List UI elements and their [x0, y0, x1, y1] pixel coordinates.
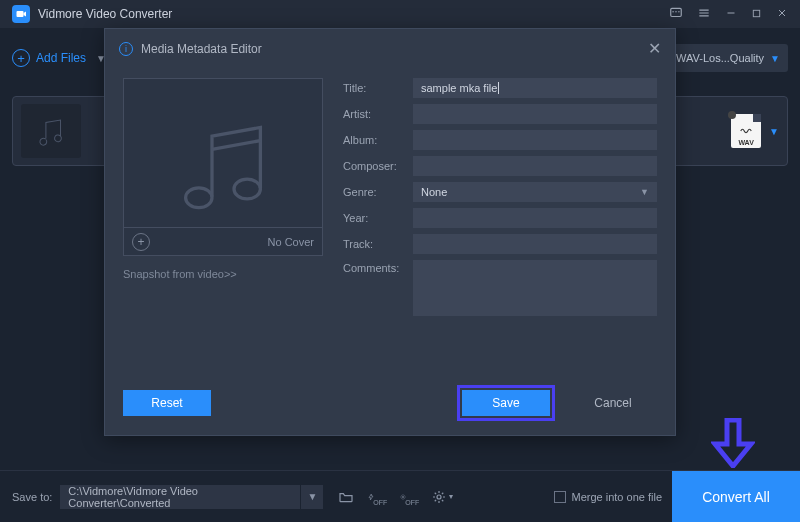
- cancel-button[interactable]: Cancel: [569, 390, 657, 416]
- composer-label: Composer:: [343, 160, 413, 172]
- no-cover-label: No Cover: [268, 236, 314, 248]
- output-format-icon[interactable]: WAV: [731, 114, 761, 148]
- metadata-editor-dialog: i Media Metadata Editor ✕ + No Cover Sna…: [104, 28, 676, 436]
- chevron-down-icon[interactable]: ▼: [769, 126, 779, 137]
- snapshot-link[interactable]: Snapshot from video>>: [123, 268, 323, 280]
- title-input[interactable]: sample mka file: [413, 78, 657, 98]
- open-folder-icon[interactable]: [335, 486, 357, 508]
- title-bar: Vidmore Video Converter: [0, 0, 800, 28]
- svg-point-4: [234, 179, 260, 199]
- bottom-bar: Save to: C:\Vidmore\Vidmore Video Conver…: [0, 470, 800, 522]
- plus-icon: +: [12, 49, 30, 67]
- feedback-icon[interactable]: [669, 6, 683, 22]
- hw-accel-icon[interactable]: OFF: [367, 486, 389, 508]
- genre-select[interactable]: None ▼: [413, 182, 657, 202]
- genre-value: None: [421, 186, 447, 198]
- track-label: Track:: [343, 238, 413, 250]
- cover-art-box: + No Cover: [123, 78, 323, 256]
- title-label: Title:: [343, 82, 413, 94]
- app-title: Vidmore Video Converter: [38, 7, 172, 21]
- year-label: Year:: [343, 212, 413, 224]
- save-button[interactable]: Save: [462, 390, 550, 416]
- chevron-down-icon: ▼: [640, 187, 649, 197]
- year-input[interactable]: [413, 208, 657, 228]
- save-path-display[interactable]: C:\Vidmore\Vidmore Video Converter\Conve…: [60, 485, 300, 509]
- track-input[interactable]: [413, 234, 657, 254]
- close-button[interactable]: [776, 7, 788, 21]
- high-speed-icon[interactable]: OFF: [399, 486, 421, 508]
- save-highlight-annotation: Save: [457, 385, 555, 421]
- app-logo-icon: [12, 5, 30, 23]
- checkbox-icon: [554, 491, 566, 503]
- arrow-annotation-icon: [711, 418, 755, 468]
- merge-label: Merge into one file: [572, 491, 663, 503]
- settings-icon[interactable]: ▾: [431, 486, 453, 508]
- merge-checkbox[interactable]: Merge into one file: [554, 491, 663, 503]
- comments-label: Comments:: [343, 260, 413, 274]
- svg-rect-2: [753, 10, 759, 16]
- album-input[interactable]: [413, 130, 657, 150]
- output-format-label: WAV-Los...Quality: [676, 52, 764, 64]
- add-cover-button[interactable]: +: [132, 233, 150, 251]
- file-thumbnail: [21, 104, 81, 158]
- album-label: Album:: [343, 134, 413, 146]
- comments-input[interactable]: [413, 260, 657, 316]
- dialog-header: i Media Metadata Editor ✕: [105, 29, 675, 68]
- svg-point-5: [402, 496, 404, 498]
- genre-label: Genre:: [343, 186, 413, 198]
- add-files-button[interactable]: + Add Files ▼: [12, 49, 106, 67]
- reset-button[interactable]: Reset: [123, 390, 211, 416]
- save-path-dropdown[interactable]: ▼: [301, 485, 323, 509]
- dialog-close-button[interactable]: ✕: [648, 39, 661, 58]
- chevron-down-icon: ▼: [770, 53, 780, 64]
- composer-input[interactable]: [413, 156, 657, 176]
- format-badge: WAV: [738, 139, 753, 146]
- svg-rect-0: [17, 11, 24, 17]
- save-to-label: Save to:: [12, 491, 52, 503]
- output-format-select[interactable]: WAV-Los...Quality ▼: [668, 44, 788, 72]
- minimize-button[interactable]: [725, 7, 737, 21]
- artist-label: Artist:: [343, 108, 413, 120]
- info-icon: i: [119, 42, 133, 56]
- svg-point-3: [186, 188, 212, 208]
- menu-icon[interactable]: [697, 6, 711, 22]
- convert-all-button[interactable]: Convert All: [672, 471, 800, 523]
- artist-input[interactable]: [413, 104, 657, 124]
- dialog-title: Media Metadata Editor: [141, 42, 262, 56]
- add-files-label: Add Files: [36, 51, 86, 65]
- maximize-button[interactable]: [751, 7, 762, 21]
- svg-point-6: [437, 495, 441, 499]
